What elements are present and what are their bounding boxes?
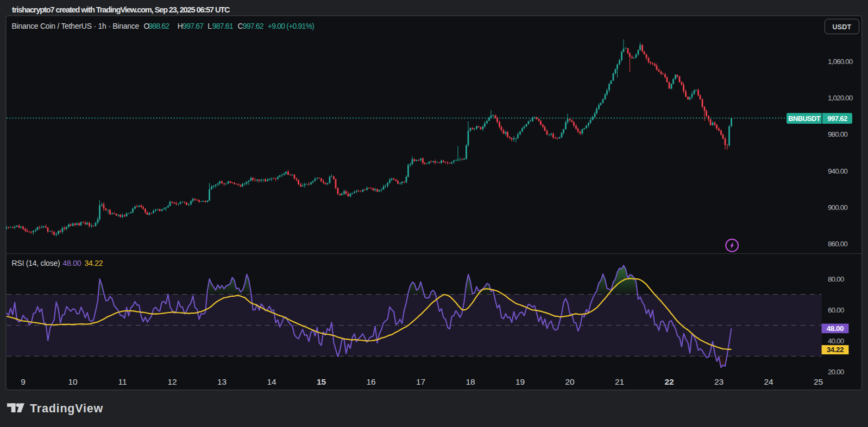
svg-text:RSI (14, close): RSI (14, close)	[12, 259, 60, 267]
svg-text:Binance Coin / TetherUS · 1h ·: Binance Coin / TetherUS · 1h · Binance	[12, 22, 140, 30]
svg-text:48.00: 48.00	[63, 259, 81, 267]
svg-text:987.61: 987.61	[212, 22, 234, 30]
svg-text:TradingView: TradingView	[30, 402, 103, 415]
svg-text:+9.00 (+0.91%): +9.00 (+0.91%)	[268, 22, 314, 30]
svg-text:18: 18	[466, 377, 475, 386]
svg-text:988.62: 988.62	[148, 22, 169, 30]
svg-text:40.00: 40.00	[828, 337, 844, 345]
svg-text:23: 23	[714, 377, 724, 386]
svg-text:997.62: 997.62	[243, 22, 264, 30]
svg-text:17: 17	[416, 377, 425, 386]
svg-text:trishacrypto7 created with Tra: trishacrypto7 created with TradingView.c…	[12, 5, 230, 14]
svg-text:25: 25	[814, 377, 823, 386]
svg-text:10: 10	[68, 377, 78, 386]
svg-text:L: L	[207, 22, 212, 30]
svg-text:980.00: 980.00	[828, 130, 847, 138]
svg-text:11: 11	[118, 377, 127, 386]
svg-text:940.00: 940.00	[828, 167, 847, 175]
svg-text:15: 15	[317, 377, 326, 386]
svg-text:19: 19	[515, 377, 525, 386]
svg-text:USDT: USDT	[832, 23, 851, 31]
svg-text:H: H	[178, 22, 183, 30]
svg-text:997.67: 997.67	[183, 22, 204, 30]
svg-text:14: 14	[267, 377, 276, 386]
svg-text:9: 9	[21, 377, 26, 386]
svg-text:20.00: 20.00	[828, 368, 844, 376]
svg-text:24: 24	[764, 377, 773, 386]
svg-text:34.22: 34.22	[827, 346, 844, 354]
svg-text:1,060.00: 1,060.00	[828, 58, 853, 66]
svg-text:34.22: 34.22	[85, 259, 103, 267]
svg-text:22: 22	[664, 377, 674, 386]
svg-text:997.62: 997.62	[827, 114, 847, 123]
svg-text:1,020.00: 1,020.00	[828, 94, 853, 102]
svg-text:900.00: 900.00	[828, 203, 847, 212]
svg-text:48.00: 48.00	[827, 324, 844, 333]
svg-text:860.00: 860.00	[828, 240, 847, 248]
svg-text:BNBUSDT: BNBUSDT	[788, 114, 820, 123]
svg-text:12: 12	[167, 377, 177, 386]
svg-text:16: 16	[366, 377, 375, 386]
svg-text:20: 20	[565, 377, 575, 386]
svg-text:21: 21	[615, 377, 624, 386]
svg-text:60.00: 60.00	[828, 306, 844, 314]
svg-text:13: 13	[217, 377, 227, 386]
svg-text:80.00: 80.00	[828, 275, 844, 283]
